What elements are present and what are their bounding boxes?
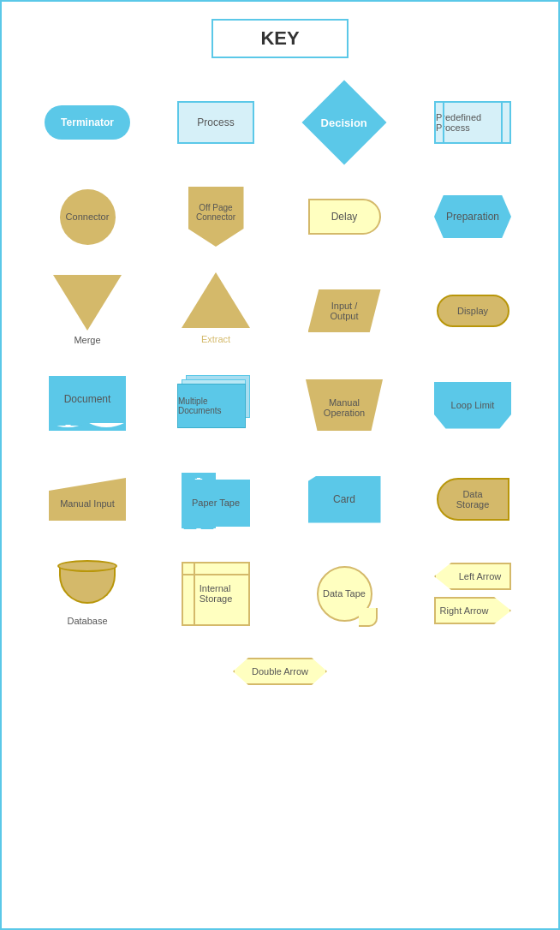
doublearrow-row: Double Arrow — [19, 641, 541, 702]
looplimit-cell: Loop Limit — [413, 367, 533, 444]
decision-label: Decision — [321, 116, 367, 129]
papertape-shape: Paper Tape — [182, 480, 250, 527]
manualinput-cell: Manual Input — [27, 461, 147, 538]
datatape-shape: Data Tape — [317, 566, 372, 622]
doc-front: Multiple Documents — [177, 384, 246, 428]
extract-cell: Extract — [156, 272, 276, 349]
preparation-shape: Preparation — [434, 195, 511, 238]
document-cell: Document — [27, 367, 147, 444]
terminator-shape: Terminator — [45, 105, 130, 140]
grid-row-3: Merge Extract Input /Output Display — [19, 264, 541, 358]
display-shape: Display — [437, 295, 509, 327]
process-cell: Process — [156, 84, 276, 161]
extract-shape — [182, 272, 250, 328]
key-page: KEY Terminator Process Decision Predefin… — [0, 0, 560, 930]
delay-cell: Delay — [284, 178, 404, 255]
grid-row-5: Manual Input Paper Tape Card DataStorage — [19, 452, 541, 546]
connector-cell: Connector — [27, 178, 147, 255]
merge-shape — [53, 275, 122, 331]
arrows-row: Left Arrow Right Arrow — [434, 563, 511, 624]
process-shape: Process — [177, 101, 254, 144]
manualop-cell: ManualOperation — [284, 367, 404, 444]
predefined-shape: Predefined Process — [434, 101, 511, 144]
grid-row-6: Database InternalStorage Data Tape Left … — [19, 546, 541, 641]
datastorage-cell: DataStorage — [413, 461, 533, 538]
db-top — [57, 560, 117, 572]
card-cell: Card — [284, 461, 404, 538]
display-cell: Display — [413, 272, 533, 349]
rightarrow-label: Right Arrow — [440, 605, 489, 616]
datastorage-shape: DataStorage — [437, 478, 509, 521]
offpage-cell: Off Page Connector — [156, 178, 276, 255]
internalstorage-cell: InternalStorage — [156, 555, 276, 632]
arrows-cell: Left Arrow Right Arrow — [413, 555, 533, 632]
multidoc-shape: Multiple Documents — [177, 375, 254, 435]
document-wave — [49, 422, 126, 431]
grid-row-1: Terminator Process Decision Predefined P… — [19, 75, 541, 170]
merge-cell: Merge — [27, 272, 147, 349]
grid-row-2: Connector Off Page Connector Delay Prepa… — [19, 170, 541, 264]
page-title: KEY — [211, 19, 349, 58]
manualinput-shape: Manual Input — [49, 478, 126, 521]
doublearrow-label: Double Arrow — [252, 666, 308, 677]
merge-label: Merge — [74, 334, 100, 346]
datatape-label: Data Tape — [323, 588, 366, 599]
grid-row-4: Document Multiple Documents ManualOperat… — [19, 358, 541, 452]
connector-shape: Connector — [60, 189, 116, 245]
datatape-cell: Data Tape — [284, 555, 404, 632]
terminator-cell: Terminator — [27, 84, 147, 161]
inputoutput-cell: Input /Output — [284, 272, 404, 349]
decision-shape: Decision — [302, 80, 387, 165]
database-shape — [57, 560, 117, 611]
extract-wrapper: Extract — [182, 272, 250, 349]
manualop-shape: ManualOperation — [306, 379, 383, 431]
database-cell: Database — [27, 555, 147, 632]
looplimit-shape: Loop Limit — [434, 382, 511, 429]
rightarrow-shape: Right Arrow — [434, 597, 511, 624]
doublearrow-shape: Double Arrow — [233, 658, 327, 685]
document-shape: Document — [49, 376, 126, 423]
multidoc-cell: Multiple Documents — [156, 367, 276, 444]
offpage-shape: Off Page Connector — [188, 187, 244, 247]
leftarrow-shape: Left Arrow — [434, 563, 511, 590]
extract-label: Extract — [201, 333, 230, 345]
preparation-cell: Preparation — [413, 178, 533, 255]
predefined-cell: Predefined Process — [413, 84, 533, 161]
card-shape: Card — [308, 476, 381, 523]
leftarrow-label: Left Arrow — [459, 571, 502, 581]
inputoutput-shape: Input /Output — [308, 289, 381, 332]
database-label: Database — [67, 615, 107, 627]
internalstorage-shape: InternalStorage — [182, 562, 250, 626]
doublearrow-wrapper: Double Arrow — [233, 658, 327, 685]
delay-shape: Delay — [308, 199, 381, 235]
papertape-cell: Paper Tape — [156, 461, 276, 538]
decision-cell: Decision — [284, 84, 404, 161]
